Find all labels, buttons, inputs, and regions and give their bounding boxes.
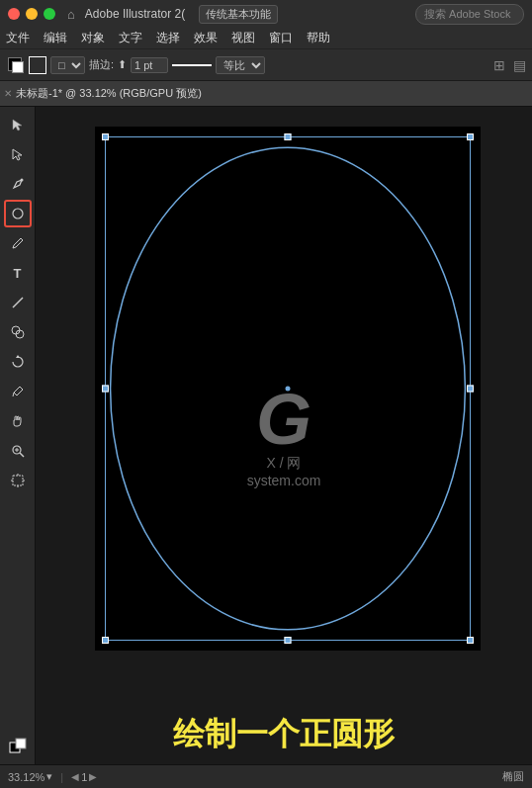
fill-stroke-swatch[interactable] [4, 733, 32, 760]
separator: | [60, 771, 63, 783]
zoom-level-group: 33.12% ▾ [8, 770, 52, 783]
zoom-dropdown-icon[interactable]: ▾ [46, 770, 52, 783]
close-button[interactable] [8, 8, 20, 20]
svg-point-3 [13, 209, 23, 219]
menu-window[interactable]: 窗口 [269, 30, 293, 46]
eyedropper-tool-button[interactable] [4, 378, 32, 405]
document-tab[interactable]: 未标题-1* @ 33.12% (RGB/GPU 预览) [16, 86, 202, 101]
rotate-tool-button[interactable] [4, 348, 32, 376]
next-artboard-button[interactable]: ▶ [89, 771, 97, 782]
pen-tool-button[interactable] [4, 170, 32, 198]
document-tab-bar: ✕ 未标题-1* @ 33.12% (RGB/GPU 预览) [0, 81, 532, 107]
menu-object[interactable]: 对象 [81, 30, 105, 46]
app-name-label: Adobe Illustrator 2( [85, 7, 185, 21]
stroke-color-group [6, 55, 46, 75]
stroke-swatch[interactable] [6, 55, 26, 75]
stroke-label: 描边: [89, 57, 114, 72]
artboard-nav: ◀ 1 ▶ [71, 771, 97, 783]
title-bar: ⌂ Adobe Illustrator 2( 传统基本功能 搜索 Adobe S… [0, 0, 532, 28]
stroke-style-select[interactable]: □ [50, 56, 85, 74]
line-tool-button[interactable] [4, 289, 32, 316]
home-icon[interactable]: ⌂ [67, 7, 75, 22]
menu-view[interactable]: 视图 [231, 30, 255, 46]
svg-point-20 [111, 147, 466, 630]
text-tool-button[interactable]: T [4, 259, 32, 287]
menu-bar: 文件 编辑 对象 文字 选择 效果 视图 窗口 帮助 [0, 28, 532, 49]
svg-marker-1 [13, 149, 22, 160]
stroke-line-preview [172, 64, 212, 66]
select-tool-button[interactable] [4, 111, 32, 138]
menu-help[interactable]: 帮助 [307, 30, 330, 46]
tool-status-label: 椭圆 [502, 769, 524, 784]
hand-tool-button[interactable] [4, 407, 32, 435]
menu-effect[interactable]: 效果 [194, 30, 218, 46]
svg-rect-13 [13, 476, 23, 485]
proportion-select[interactable]: 等比 [216, 56, 265, 74]
stock-search-input[interactable]: 搜索 Adobe Stock [415, 4, 524, 25]
artboard-tool-button[interactable] [4, 467, 32, 494]
svg-marker-0 [13, 120, 22, 131]
svg-marker-7 [16, 355, 20, 358]
canvas-area[interactable]: G X / 网 system.com 绘制一个正圆形 [36, 107, 532, 764]
zoom-value[interactable]: 33.12% [8, 771, 44, 783]
svg-line-4 [13, 298, 23, 307]
arrange-icon[interactable]: ▤ [513, 57, 526, 73]
menu-text[interactable]: 文字 [119, 30, 142, 46]
circle-svg [95, 127, 481, 651]
tab-close-button[interactable]: ✕ [4, 88, 12, 99]
svg-rect-19 [16, 739, 26, 748]
stroke-up-icon[interactable]: ⬆ [118, 58, 127, 71]
annotation-text: 绘制一个正圆形 [36, 713, 532, 756]
circle-container [95, 127, 481, 651]
workspace-dropdown[interactable]: 传统基本功能 [199, 5, 278, 24]
zoom-tool-button[interactable] [4, 437, 32, 465]
menu-select[interactable]: 选择 [156, 30, 180, 46]
prev-artboard-button[interactable]: ◀ [71, 771, 79, 782]
status-bar: 33.12% ▾ | ◀ 1 ▶ 椭圆 [0, 764, 532, 788]
align-icon[interactable]: ⊞ [493, 57, 505, 73]
left-toolbar: T [0, 107, 36, 764]
menu-edit[interactable]: 编辑 [44, 30, 67, 46]
ellipse-tool-button[interactable] [4, 200, 32, 227]
options-bar: □ 描边: ⬆ 等比 ⊞ ▤ [0, 49, 532, 81]
artboard-number: 1 [81, 771, 87, 783]
shape-builder-button[interactable] [4, 318, 32, 346]
svg-line-8 [13, 393, 14, 396]
svg-point-2 [20, 179, 23, 182]
svg-line-10 [20, 453, 24, 457]
fill-swatch[interactable] [29, 56, 46, 74]
menu-file[interactable]: 文件 [6, 30, 30, 46]
pencil-tool-button[interactable] [4, 229, 32, 257]
direct-select-tool-button[interactable] [4, 140, 32, 168]
minimize-button[interactable] [26, 8, 38, 20]
stroke-value-input[interactable] [131, 57, 168, 73]
maximize-button[interactable] [44, 8, 55, 20]
main-workspace: T [0, 107, 532, 764]
